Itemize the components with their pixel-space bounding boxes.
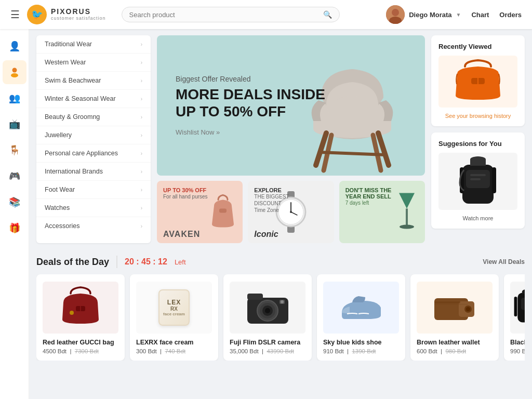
mini-banner-3-text: DON'T MISS THE YEAR END SELL 7 days left <box>345 187 392 206</box>
orders-nav[interactable]: Orders <box>499 11 522 19</box>
search-bar[interactable]: 🔍 <box>122 7 340 22</box>
search-icon: 🔍 <box>323 10 332 19</box>
sidebar-item-person[interactable] <box>3 60 26 84</box>
deal-3-price: 35,000 Bdt | 43990 Bdt <box>230 348 305 354</box>
cream-jar-visual: LEX RX face cream <box>158 289 190 326</box>
user-info[interactable]: Diego Morata ▼ <box>386 5 461 24</box>
hero-area: Biggest Offer Revealed MORE DEALS INSIDE… <box>157 35 425 243</box>
hero-main-text: MORE DEALS INSIDE UP TO 50% OFF <box>176 86 325 119</box>
lamp-image <box>394 191 420 234</box>
deal-1-price: 4500 Bdt | 7300 Bdt <box>43 348 118 354</box>
deal-card-kids-shoe[interactable]: Sky blue kids shoe 910 Bdt | 1390 Bdt <box>317 274 405 361</box>
svg-rect-46 <box>521 298 525 310</box>
deal-face-cream-image: LEX RX face cream <box>136 282 212 334</box>
chevron-right-icon: › <box>141 78 142 84</box>
category-beauty[interactable]: Beauty & Groomng › <box>36 108 151 126</box>
mini-banner-handbag[interactable]: UP TO 30% OFF For all hand purses AVAKEN <box>157 181 243 243</box>
deal-card-face-cream[interactable]: LEX RX face cream LEXRX face cream 300 B… <box>130 274 218 361</box>
category-menu: Traditional Wear › Western Wear › Swim &… <box>36 35 151 243</box>
chevron-right-icon: › <box>141 42 142 47</box>
category-western-wear[interactable]: Western Wear › <box>36 54 151 72</box>
category-watches[interactable]: Watches › <box>36 199 151 217</box>
mini-banners: UP TO 30% OFF For all hand purses AVAKEN <box>157 181 425 243</box>
brand-name: PIXORUS <box>51 8 106 16</box>
mini-banner-lamp[interactable]: DON'T MISS THE YEAR END SELL 7 days left <box>339 181 425 243</box>
deal-black-item-image <box>510 282 525 334</box>
content-area: Traditional Wear › Western Wear › Swim &… <box>29 29 532 399</box>
mini-banner-1-brand: AVAKEN <box>163 230 200 239</box>
svg-rect-11 <box>219 209 227 213</box>
sidebar-item-books[interactable]: 📚 <box>3 190 26 214</box>
chart-nav[interactable]: Chart <box>471 11 489 19</box>
suggestions-card: Suggesions for You <box>431 132 525 229</box>
deal-3-name: Fuji Flim DSLR camera <box>230 339 305 346</box>
svg-point-3 <box>12 68 17 73</box>
deals-left-label: Left <box>175 258 186 266</box>
svg-rect-19 <box>406 209 408 227</box>
deal-1-name: Red leather GUCCI bag <box>43 339 118 346</box>
category-international-brands[interactable]: International Brands › <box>36 163 151 181</box>
deal-card-camera[interactable]: Fuji Flim DSLR camera 35,000 Bdt | 43990… <box>223 274 312 361</box>
hero-banner[interactable]: Biggest Offer Revealed MORE DEALS INSIDE… <box>157 35 425 176</box>
chevron-right-icon: › <box>141 114 142 120</box>
tagline: customer satisfaction <box>51 16 106 21</box>
suggestions-title: Suggesions for You <box>438 140 517 148</box>
chevron-right-icon: › <box>141 60 142 65</box>
category-accessories[interactable]: Accessories › <box>36 217 151 235</box>
deal-kids-shoe-image <box>323 282 399 334</box>
chevron-right-icon: › <box>141 205 142 211</box>
deals-title: Deals of the Day <box>36 257 109 268</box>
sidebar-item-gaming[interactable]: 🎮 <box>3 164 26 188</box>
deal-4-name: Sky blue kids shoe <box>323 339 399 346</box>
top-section: Traditional Wear › Western Wear › Swim &… <box>29 29 532 249</box>
category-swim-beachwear[interactable]: Swim & Beachwear › <box>36 72 151 90</box>
sidebar-item-furniture[interactable]: 🪑 <box>3 138 26 162</box>
deal-card-gucci-bag[interactable]: Red leather GUCCI bag 4500 Bdt | 7300 Bd… <box>36 274 125 361</box>
view-all-deals-link[interactable]: View All Deals <box>483 258 525 265</box>
chevron-right-icon: › <box>141 151 142 156</box>
handbag-image <box>209 193 237 231</box>
deal-5-name: Brown leather wallet <box>417 339 493 346</box>
svg-point-39 <box>281 300 284 303</box>
deal-card-wallet[interactable]: Brown leather wallet 600 Bdt | 980 Bdt <box>410 274 499 361</box>
svg-rect-44 <box>434 301 460 303</box>
category-traditional-wear[interactable]: Traditional Wear › <box>36 35 151 54</box>
watch-more-link[interactable]: Watch more <box>438 215 517 221</box>
user-name: Diego Morata <box>409 11 451 19</box>
header-right: Diego Morata ▼ Chart Orders <box>386 5 522 24</box>
deals-grid: Red leather GUCCI bag 4500 Bdt | 7300 Bd… <box>36 274 525 361</box>
deal-4-price: 910 Bdt | 1390 Bdt <box>323 348 399 354</box>
header: ☰ 🐦 PIXORUS customer satisfaction 🔍 Dieg… <box>0 0 532 29</box>
chevron-down-icon: ▼ <box>456 12 461 18</box>
mini-banner-2-text: EXPLORE THE BIGGEST DISCOUNT Time Zone <box>254 187 289 214</box>
category-personal-care[interactable]: Personal care Appliances › <box>36 144 151 163</box>
browse-history-link[interactable]: See your browsing history <box>438 113 517 119</box>
sidebar-item-user[interactable]: 👤 <box>3 34 26 58</box>
deal-gucci-bag-image <box>43 282 118 334</box>
mini-banner-2-tag: EXPLORE <box>254 187 289 193</box>
deal-2-name: LEXRX face cream <box>136 339 212 346</box>
deals-section: Deals of the Day 20 : 45 : 12 Left View … <box>29 249 532 368</box>
mini-banner-3-tag: DON'T MISS THE YEAR END SELL <box>345 187 392 200</box>
category-juwellery[interactable]: Juwellery › <box>36 126 151 144</box>
hamburger-button[interactable]: ☰ <box>10 8 20 21</box>
deal-card-black[interactable]: Black 990 Bdt <box>504 274 525 361</box>
hero-cta-button[interactable]: Wishlist Now » <box>176 128 220 136</box>
deals-timer: 20 : 45 : 12 <box>125 257 167 267</box>
logo[interactable]: 🐦 PIXORUS customer satisfaction <box>27 5 106 24</box>
category-foot-wear[interactable]: Foot Wear › <box>36 181 151 199</box>
svg-rect-47 <box>514 297 517 316</box>
chevron-right-icon: › <box>141 132 142 138</box>
sidebar-item-customers[interactable]: 👥 <box>3 86 26 110</box>
svg-point-4 <box>11 73 18 77</box>
sidebar-icons: 👤 👥 📺 🪑 🎮 📚 🎁 <box>0 29 29 399</box>
mini-banner-1-tag: UP TO 30% OFF <box>163 187 208 193</box>
category-winter-wear[interactable]: Winter & Seasonal Wear › <box>36 90 151 108</box>
sidebar-item-tv[interactable]: 📺 <box>3 112 26 136</box>
avatar <box>386 5 405 24</box>
chevron-right-icon: › <box>141 187 142 193</box>
svg-point-1 <box>392 9 399 16</box>
mini-banner-watch[interactable]: EXPLORE THE BIGGEST DISCOUNT Time Zone <box>248 181 334 243</box>
sidebar-item-gifts[interactable]: 🎁 <box>3 216 26 240</box>
search-input[interactable] <box>129 11 323 19</box>
